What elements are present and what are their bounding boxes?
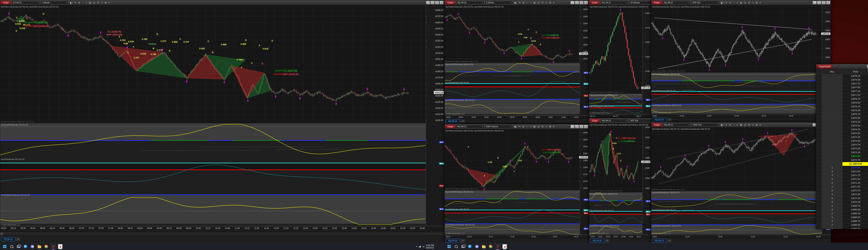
instrument-tab[interactable]: NQ 06-22 xyxy=(445,119,460,123)
file-explorer-icon[interactable] xyxy=(37,244,42,249)
amp-panel[interactable]: hpcAmpRSIIndicator (NQ 06-22)44.0 xyxy=(651,191,831,209)
data-box-icon[interactable]: ▤ xyxy=(739,123,743,126)
indicator-axis[interactable]: 83.3 xyxy=(642,104,651,114)
task-view-icon[interactable] xyxy=(16,244,21,249)
amp-panel[interactable]: hpcAmpRSIIndicator (NQ 06-22)46.8 xyxy=(651,72,831,89)
price-canvas[interactable] xyxy=(651,127,822,191)
dom-buy-cell[interactable] xyxy=(822,116,842,120)
dom-buy-cell[interactable]: 1 xyxy=(822,166,842,169)
instrument-selector[interactable]: NQ 06-22▾ xyxy=(456,125,484,128)
teams-chat-icon[interactable] xyxy=(474,244,479,249)
chrome-icon[interactable] xyxy=(488,244,493,249)
instrument-selector[interactable]: NQ 06-22▾ xyxy=(601,119,628,123)
close-button[interactable]: ✕ xyxy=(584,1,588,4)
zoom-in-icon[interactable]: ⊕ xyxy=(522,125,525,128)
chart-trader-icon[interactable]: ◫ xyxy=(743,1,747,4)
search-icon[interactable] xyxy=(454,244,459,249)
pin-button[interactable] xyxy=(426,1,430,4)
interval-selector[interactable]: 5 Minute▾ xyxy=(485,1,513,4)
hsi-canvas[interactable] xyxy=(651,89,822,104)
bar-spacing-icon[interactable]: ∿ xyxy=(100,1,104,4)
chart-trader-icon[interactable]: ◫ xyxy=(92,1,96,4)
amp-canvas[interactable] xyxy=(651,191,822,208)
hsi-panel[interactable]: hpcHSIIndicator (NQ 06-22)83.365.0 xyxy=(651,89,831,104)
dom-buy-cell[interactable] xyxy=(822,97,842,101)
interval-selector[interactable]: 60 Minute▾ xyxy=(629,1,651,4)
horizontal-scrollbar[interactable]: ◂ xyxy=(0,232,444,236)
amp-plot[interactable] xyxy=(444,190,580,208)
network-icon[interactable] xyxy=(419,246,421,248)
close-button[interactable]: ✕ xyxy=(439,1,443,4)
hsi-panel[interactable]: hpcHSIIndicator (NQ 06-22)83.316.6 xyxy=(444,81,589,99)
time-axis[interactable]: 09:3710:2411:1212:0012:4813:3614:24 xyxy=(444,235,580,238)
price-canvas[interactable] xyxy=(589,5,642,94)
dom-buy-cell[interactable]: 5 xyxy=(822,189,842,192)
price-plot[interactable] xyxy=(589,5,643,94)
chart-title-button[interactable]: Chart xyxy=(445,125,455,129)
hsi-canvas[interactable] xyxy=(651,208,822,224)
chart-title-button[interactable]: Chart xyxy=(652,123,662,127)
chart-style-icon[interactable]: ▮▯ xyxy=(720,1,724,4)
data-box-icon[interactable]: ▤ xyxy=(88,1,92,4)
price-axis[interactable]: 4280.004270.004260.004250.004240.004230.… xyxy=(426,5,444,123)
maximize-button[interactable]: ❐ xyxy=(822,1,826,4)
drawing-tools-icon[interactable]: ✎ xyxy=(724,123,728,126)
price-panel[interactable]: A0.6180.88XBC1.618DT1: (12906.50)HOP: (1… xyxy=(444,5,589,63)
dom-buy-cell[interactable] xyxy=(822,147,842,151)
price-plot[interactable]: AC0.618B1.272DT1: (12893.50)HOP: (12917.… xyxy=(589,123,643,192)
indicator-axis[interactable]: 52.0 xyxy=(426,193,444,226)
properties-icon[interactable]: ≡ xyxy=(758,1,762,4)
maximize-button[interactable]: ❐ xyxy=(435,1,439,4)
bamm-panel[interactable]: hpcRSIBammIndicator (NQ 06-22)53.2© 2022… xyxy=(444,223,589,235)
chrome-icon[interactable] xyxy=(44,244,49,249)
drawing-tools-icon[interactable]: ✎ xyxy=(73,1,77,4)
chart-window-nq-500tick[interactable]: ChartNQ 06-22▾500 Tick▾▮▯✎⊕⊖+▤◫☰∿⊞≡—❐✕hp… xyxy=(651,0,831,122)
price-panel[interactable]: 0.886DXOP: (12884.75)hpcPatternsIndicato… xyxy=(651,127,831,191)
maximize-button[interactable]: ❐ xyxy=(580,1,584,4)
time-axis[interactable]: 14:4614:5114:5615:0115:0615:1115:16 xyxy=(589,235,643,238)
analysis-icon[interactable]: ⊞ xyxy=(755,123,758,126)
start-icon[interactable] xyxy=(2,244,7,249)
time-axis[interactable]: 13:0013:2013:4014:0014:2014:40 xyxy=(651,235,822,238)
bamm-panel[interactable]: hpcRSIBammIndicator (NQ 06-22)51.4© 2022… xyxy=(444,99,589,116)
chart-style-icon[interactable]: ▮▯ xyxy=(720,123,724,126)
add-tab-button[interactable]: + xyxy=(461,120,465,123)
teams-chat-icon[interactable] xyxy=(30,244,35,249)
dom-buy-cell[interactable] xyxy=(822,124,842,128)
bamm-panel[interactable]: hpcRSIBammIndicator (NQ 06-22)49.6© 2022… xyxy=(651,104,831,114)
bamm-panel[interactable]: hpcRSIBammIndicator (ES 06-22)52.0© 2022… xyxy=(0,193,444,226)
instrument-tab[interactable]: NQ 06-22 xyxy=(445,239,460,243)
chart-title-button[interactable]: Chart xyxy=(1,1,11,5)
time-axis[interactable]: Apr 19Apr 26May 3 xyxy=(589,114,643,118)
amp-plot[interactable] xyxy=(444,63,580,81)
amp-canvas[interactable] xyxy=(444,63,580,81)
zoom-out-icon[interactable]: ⊖ xyxy=(732,1,736,4)
interval-selector[interactable]: 300 Tick▾ xyxy=(629,119,651,123)
price-panel[interactable]: XB0.7860.886AC1.618DT1: (12902.25)HOP: (… xyxy=(444,129,589,190)
dom-buy-cell[interactable] xyxy=(822,139,842,143)
indicator-axis[interactable]: 83.321.6 xyxy=(426,158,444,193)
task-view-icon[interactable] xyxy=(460,244,466,249)
indicator-axis[interactable]: 53.2 xyxy=(580,223,589,235)
dom-buy-cell[interactable] xyxy=(822,90,842,93)
dom-buy-cell[interactable] xyxy=(822,132,842,135)
dom-buy-cell[interactable]: 1 xyxy=(822,227,842,229)
hsi-panel[interactable]: hpcHSIIndicator (NQ 06-22)83.365.0 xyxy=(444,208,589,223)
dom-buy-cell[interactable] xyxy=(822,86,842,89)
dom-buy-cell[interactable]: 3 xyxy=(822,170,842,174)
dom-buy-cell[interactable]: 3 xyxy=(822,219,842,223)
interval-selector[interactable]: 1 Minute▾ xyxy=(40,1,68,4)
dom-buy-cell[interactable] xyxy=(822,155,842,158)
interval-selector[interactable]: 5000 Volume▾ xyxy=(485,125,513,128)
bar-spacing-icon[interactable]: ∿ xyxy=(545,1,548,4)
hsi-panel[interactable]: hpcHSIIndicator (ES 06-22)83.321.6 xyxy=(0,158,444,194)
pin-button[interactable] xyxy=(570,1,575,4)
add-tab-button[interactable]: + xyxy=(16,238,20,241)
chart-style-icon[interactable]: ▮▯ xyxy=(514,1,518,4)
crosshair-icon[interactable]: + xyxy=(529,1,532,4)
indicator-axis[interactable]: 83.365.0 xyxy=(580,208,589,223)
zoom-out-icon[interactable]: ⊖ xyxy=(81,1,85,4)
dom-buy-cell[interactable] xyxy=(822,109,842,112)
properties-icon[interactable]: ≡ xyxy=(758,123,762,126)
indicator-axis[interactable]: 51.4 xyxy=(580,99,589,115)
